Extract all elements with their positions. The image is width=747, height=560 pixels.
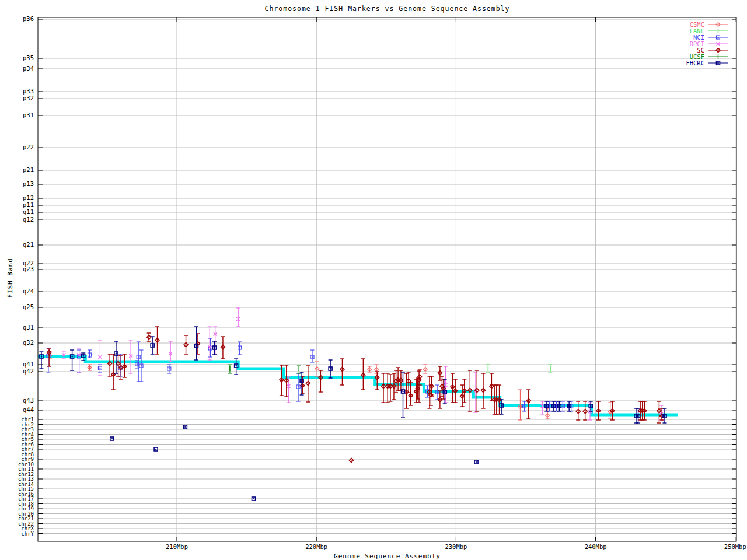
series-FHCRC	[39, 327, 666, 501]
svg-text:q43: q43	[23, 397, 34, 404]
svg-text:p33: p33	[23, 88, 34, 94]
svg-text:210Mbp: 210Mbp	[166, 543, 188, 550]
svg-text:FHCRC: FHCRC	[686, 60, 704, 66]
svg-text:230Mbp: 230Mbp	[445, 543, 467, 550]
x-axis-label: Genome Sequence Assembly	[38, 552, 736, 560]
svg-text:p36: p36	[23, 15, 34, 22]
svg-text:p12: p12	[23, 194, 34, 201]
legend: CSMCLANLNCIRPCISCUCSFFHCRC	[686, 21, 728, 66]
svg-text:p13: p13	[23, 180, 34, 187]
y-axis-label: FISH Band	[6, 252, 14, 304]
y-tick-labels: p36p35p34p33p32p31p22p21p13p12p11q11q12q…	[18, 15, 34, 537]
svg-text:q31: q31	[23, 324, 34, 331]
legend-item-RPCI: RPCI	[690, 40, 728, 47]
svg-text:chrY: chrY	[21, 531, 34, 537]
svg-text:p11: p11	[23, 201, 34, 208]
svg-text:p32: p32	[23, 94, 34, 102]
chart-title: Chromosome 1 FISH Markers vs Genome Sequ…	[38, 5, 736, 13]
series-RPCI	[62, 308, 664, 420]
plot-border-and-ticks	[38, 18, 736, 541]
grid	[38, 18, 736, 541]
assembly-path-line	[38, 356, 678, 415]
svg-text:q25: q25	[23, 303, 34, 310]
svg-text:q21: q21	[23, 241, 34, 248]
svg-text:240Mbp: 240Mbp	[585, 543, 607, 550]
legend-item-FHCRC: FHCRC	[686, 60, 728, 66]
svg-text:q12: q12	[23, 216, 34, 223]
svg-text:q44: q44	[23, 406, 34, 413]
svg-text:250Mbp: 250Mbp	[724, 543, 746, 550]
svg-text:q32: q32	[23, 339, 34, 346]
svg-text:p35: p35	[23, 54, 34, 61]
svg-text:p34: p34	[23, 65, 34, 72]
svg-text:q24: q24	[23, 288, 34, 295]
svg-text:q41: q41	[23, 360, 34, 368]
svg-text:p21: p21	[23, 166, 34, 173]
svg-text:p22: p22	[23, 144, 34, 150]
svg-text:q42: q42	[23, 368, 34, 374]
x-tick-labels: 210Mbp220Mbp230Mbp240Mbp250Mbp	[166, 543, 746, 550]
svg-text:220Mbp: 220Mbp	[305, 543, 327, 550]
svg-text:q23: q23	[23, 265, 34, 272]
series-SC	[47, 327, 664, 463]
svg-text:q11: q11	[23, 208, 34, 215]
chart-page: p36p35p34p33p32p31p22p21p13p12p11q11q12q…	[0, 0, 747, 560]
plot-canvas: p36p35p34p33p32p31p22p21p13p12p11q11q12q…	[0, 0, 747, 560]
series-LANL	[486, 365, 552, 372]
svg-text:p31: p31	[23, 111, 34, 118]
